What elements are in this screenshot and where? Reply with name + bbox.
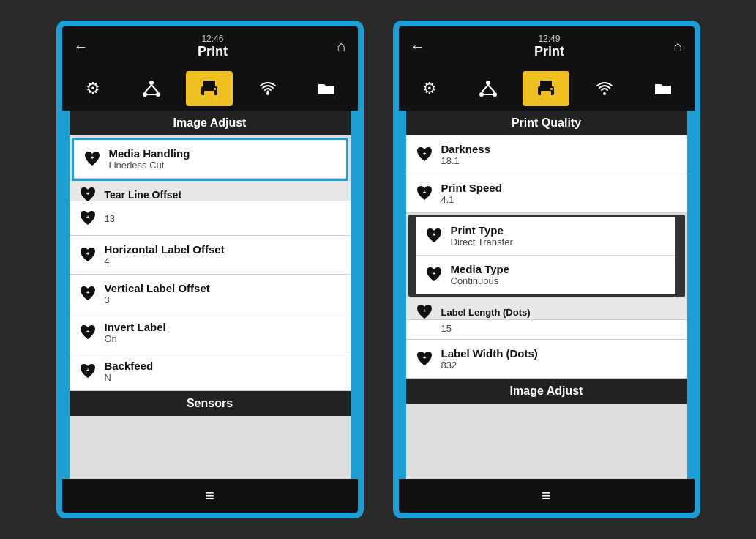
group-right-bar xyxy=(678,215,685,297)
svg-text:+: + xyxy=(86,250,89,257)
item-text-media-type: Media Type Continuous xyxy=(451,263,510,286)
device-2: ← 12:49 Print ⌂ ⚙ xyxy=(393,21,700,518)
selected-item-wrapper-1: + Media Handling Linerless Cut xyxy=(72,138,348,181)
partial-label-len-text: Label Length (Dots) xyxy=(441,307,531,318)
item-label-speed: Print Speed xyxy=(441,182,502,194)
svg-rect-27 xyxy=(550,88,553,90)
partial-label-len-value: 15 xyxy=(441,323,452,334)
item-value-speed: 4.1 xyxy=(441,194,502,205)
tab-wireless-2[interactable] xyxy=(581,71,628,106)
hamburger-menu-1[interactable]: ≡ xyxy=(205,486,214,505)
menu-item-media-type[interactable]: + Media Type Continuous xyxy=(416,256,675,294)
menu-item-label-width[interactable]: + Label Width (Dots) 832 xyxy=(406,340,687,379)
heart-icon-tear: + xyxy=(78,185,97,201)
item-text-speed: Print Speed 4.1 xyxy=(441,182,502,205)
item-label-label-width: Label Width (Dots) xyxy=(441,347,538,360)
tab-print-1[interactable] xyxy=(186,71,233,106)
group-highlight-wrapper: + Print Type Direct Transfer + xyxy=(408,215,685,297)
heart-icon-label-len-partial: + xyxy=(415,302,434,320)
item-label-darkness: Darkness xyxy=(441,143,491,155)
svg-rect-24 xyxy=(540,81,552,86)
item-text-tear-value: 13 xyxy=(105,213,115,224)
content-wrapper-1: Image Adjust + Media Handling Linerless … xyxy=(62,111,358,479)
menu-item-vertical-offset[interactable]: + Vertical Label Offset 3 xyxy=(70,275,351,313)
menu-item-print-speed[interactable]: + Print Speed 4.1 xyxy=(406,174,687,213)
menu-item-tear-line[interactable]: + 13 xyxy=(70,201,351,236)
bottom-nav-2: ≡ xyxy=(399,479,695,513)
partial-label-length: + Label Length (Dots) xyxy=(415,302,678,320)
footer-section-2[interactable]: Image Adjust xyxy=(406,379,687,404)
heart-icon-speed: + xyxy=(415,184,434,203)
right-sidebar-2 xyxy=(687,111,695,479)
item-label-media-type: Media Type xyxy=(451,263,510,275)
tab-network-1[interactable] xyxy=(128,71,175,106)
back-button-2[interactable]: ← xyxy=(411,38,425,55)
item-value-vert: 3 xyxy=(105,294,210,305)
heart-icon-label-width: + xyxy=(415,349,434,368)
item-text-media-handling: Media Handling Linerless Cut xyxy=(109,147,190,171)
menu-item-horizontal-offset[interactable]: + Horizontal Label Offset 4 xyxy=(70,236,351,275)
device2-header: ← 12:49 Print ⌂ xyxy=(399,26,695,67)
item-label-invert: Invert Label xyxy=(105,321,166,333)
svg-text:+: + xyxy=(86,328,89,335)
svg-rect-8 xyxy=(204,91,214,97)
svg-text:+: + xyxy=(86,214,89,220)
menu-item-media-handling[interactable]: + Media Handling Linerless Cut xyxy=(74,140,346,179)
svg-point-18 xyxy=(486,81,490,85)
home-button-2[interactable]: ⌂ xyxy=(673,38,682,55)
partial-label-length-wrapper: + Label Length (Dots) xyxy=(406,298,687,320)
tab-folder-1[interactable] xyxy=(303,71,350,106)
header-title-2: Print xyxy=(534,44,564,59)
group-left-bar xyxy=(408,215,416,297)
svg-text:+: + xyxy=(422,150,426,157)
item-value-media-handling: Linerless Cut xyxy=(109,160,190,171)
item-value-print-type: Direct Transfer xyxy=(451,237,513,248)
svg-text:+: + xyxy=(422,308,426,314)
group-content: + Print Type Direct Transfer + xyxy=(416,215,678,297)
header-title-1: Print xyxy=(198,44,228,59)
tab-settings-2[interactable]: ⚙ xyxy=(406,71,453,106)
tab-settings-1[interactable]: ⚙ xyxy=(70,71,116,106)
header-center-1: 12:46 Print xyxy=(198,34,228,59)
heart-icon-media-type: + xyxy=(424,265,444,284)
hamburger-menu-2[interactable]: ≡ xyxy=(542,486,551,505)
item-label-print-type: Print Type xyxy=(451,224,513,237)
item-label-media-handling: Media Handling xyxy=(109,147,190,160)
svg-rect-26 xyxy=(541,91,551,97)
svg-line-21 xyxy=(482,85,488,92)
heart-icon-invert: + xyxy=(78,323,97,342)
item-value-tear: 13 xyxy=(105,213,115,224)
heart-icon-print-type: + xyxy=(424,226,444,245)
item-text-backfeed: Backfeed N xyxy=(105,360,154,383)
heart-icon-media-handling: + xyxy=(83,149,102,168)
footer-section-1[interactable]: Sensors xyxy=(70,391,351,416)
menu-item-invert-label[interactable]: + Invert Label On xyxy=(70,313,351,352)
svg-text:+: + xyxy=(86,289,89,296)
section-header-1: Image Adjust xyxy=(70,111,351,135)
header-time-2: 12:49 xyxy=(534,34,564,44)
tab-print-2[interactable] xyxy=(523,71,569,106)
home-button-1[interactable]: ⌂ xyxy=(337,38,345,55)
menu-item-darkness[interactable]: + Darkness 18.1 xyxy=(406,135,687,174)
svg-rect-6 xyxy=(203,81,215,86)
tab-network-2[interactable] xyxy=(465,71,512,106)
tab-wireless-1[interactable] xyxy=(244,71,291,106)
header-center-2: 12:49 Print xyxy=(534,34,564,59)
item-label-horiz: Horizontal Label Offset xyxy=(105,243,225,256)
item-value-label-width: 832 xyxy=(441,360,538,371)
back-button-1[interactable]: ← xyxy=(74,38,89,55)
svg-line-4 xyxy=(151,85,158,92)
item-label-vert: Vertical Label Offset xyxy=(105,282,210,294)
left-sidebar-2 xyxy=(399,111,406,479)
heart-icon-backfeed: + xyxy=(78,362,97,381)
menu-item-print-type[interactable]: + Print Type Direct Transfer xyxy=(416,217,675,256)
device-1: ← 12:46 Print ⌂ ⚙ xyxy=(56,21,364,518)
item-text-horiz: Horizontal Label Offset 4 xyxy=(105,243,225,267)
menu-item-backfeed[interactable]: + Backfeed N xyxy=(70,352,351,391)
item-text-label-width: Label Width (Dots) 832 xyxy=(441,347,538,371)
tab-folder-2[interactable] xyxy=(640,71,686,106)
header-time-1: 12:46 xyxy=(198,34,228,44)
item-text-darkness: Darkness 18.1 xyxy=(441,143,491,166)
section-header-2: Print Quality xyxy=(406,111,687,135)
partial-tear-line: + Tear Line Offset xyxy=(78,185,342,201)
